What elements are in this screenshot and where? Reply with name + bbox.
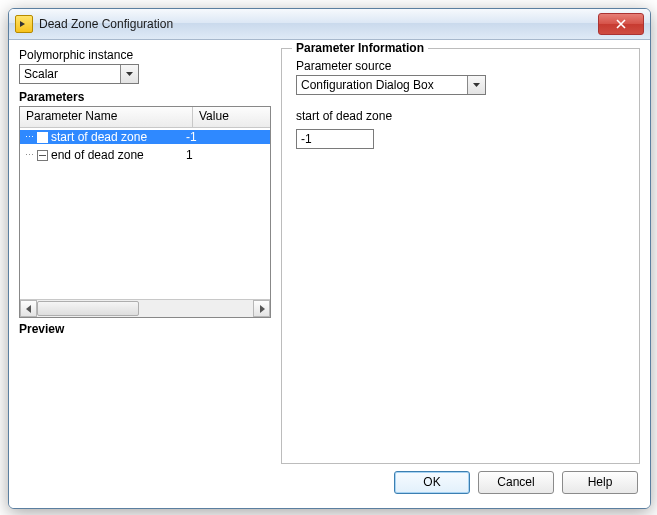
app-icon (15, 15, 33, 33)
scroll-thumb[interactable] (37, 301, 139, 316)
parameters-table: Parameter Name Value ⋯ start of dead zon… (19, 106, 271, 318)
horizontal-scrollbar[interactable] (20, 299, 270, 317)
client-area: Polymorphic instance Scalar Parameters P… (9, 40, 650, 508)
node-icon (37, 150, 48, 161)
param-source-value: Configuration Dialog Box (297, 76, 467, 94)
scroll-left-button[interactable] (20, 300, 37, 317)
scroll-track[interactable] (37, 300, 253, 317)
button-row: OK Cancel Help (19, 464, 640, 500)
parameters-header: Parameter Name Value (20, 107, 270, 128)
group-title: Parameter Information (292, 41, 428, 55)
polymorphic-dropdown[interactable]: Scalar (19, 64, 139, 84)
parameters-rows: ⋯ start of dead zone -1 ⋯ end of dead zo… (20, 128, 270, 299)
scroll-right-button[interactable] (253, 300, 270, 317)
titlebar[interactable]: Dead Zone Configuration (9, 9, 650, 40)
param-source-label: Parameter source (296, 59, 629, 73)
param-value: 1 (180, 148, 270, 162)
help-button[interactable]: Help (562, 471, 638, 494)
param-name: end of dead zone (51, 148, 144, 162)
chevron-down-icon (473, 83, 480, 87)
window-title: Dead Zone Configuration (39, 17, 598, 31)
close-icon (616, 19, 626, 29)
triangle-right-icon (259, 305, 265, 313)
chevron-down-icon (126, 72, 133, 76)
dropdown-button[interactable] (120, 65, 138, 83)
cancel-button[interactable]: Cancel (478, 471, 554, 494)
parameter-info-group: Parameter Information Parameter source C… (281, 48, 640, 464)
value-field-label: start of dead zone (296, 109, 629, 123)
tree-connector-icon: ⋯ (24, 150, 34, 160)
preview-label: Preview (19, 322, 271, 336)
param-name: start of dead zone (51, 130, 147, 144)
param-source-dropdown[interactable]: Configuration Dialog Box (296, 75, 486, 95)
left-pane: Polymorphic instance Scalar Parameters P… (19, 48, 271, 464)
close-button[interactable] (598, 13, 644, 35)
preview-area (19, 338, 271, 464)
table-row[interactable]: ⋯ end of dead zone 1 (20, 146, 270, 164)
polymorphic-value: Scalar (20, 65, 120, 83)
node-icon (37, 132, 48, 143)
dialog-window: Dead Zone Configuration Polymorphic inst… (8, 8, 651, 509)
col-header-name[interactable]: Parameter Name (20, 107, 193, 127)
param-value: -1 (180, 130, 270, 144)
col-header-value[interactable]: Value (193, 107, 270, 127)
tree-connector-icon: ⋯ (24, 132, 34, 142)
triangle-left-icon (26, 305, 32, 313)
dropdown-button[interactable] (467, 76, 485, 94)
table-row[interactable]: ⋯ start of dead zone -1 (20, 128, 270, 146)
polymorphic-label: Polymorphic instance (19, 48, 271, 62)
ok-button[interactable]: OK (394, 471, 470, 494)
value-field[interactable] (296, 129, 374, 149)
parameters-label: Parameters (19, 90, 271, 104)
